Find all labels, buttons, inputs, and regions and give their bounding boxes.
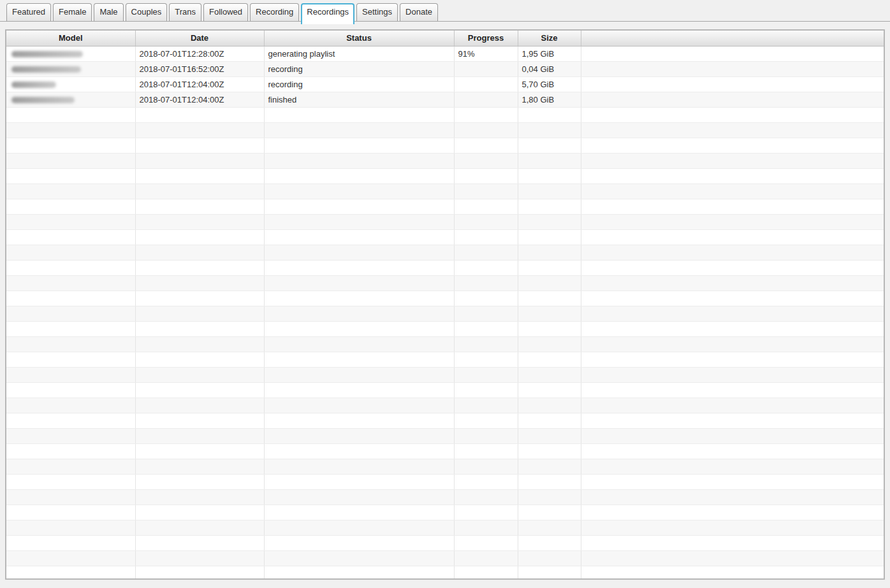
- cell-empty: [6, 245, 135, 260]
- cell-empty: [135, 290, 264, 306]
- table-row-empty: [6, 275, 884, 290]
- cell-empty: [264, 520, 454, 535]
- cell-empty: [6, 229, 135, 245]
- column-header-date[interactable]: Date: [135, 31, 264, 46]
- cell-empty: [264, 428, 454, 443]
- cell-empty: [518, 260, 581, 275]
- tab-recordings[interactable]: Recordings: [301, 3, 354, 24]
- cell-empty: [135, 398, 264, 413]
- cell-empty: [6, 321, 135, 336]
- cell-empty: [518, 428, 581, 443]
- cell-empty: [518, 505, 581, 520]
- table-row-empty: [6, 398, 884, 413]
- table-row-empty: [6, 382, 884, 398]
- tab-trans[interactable]: Trans: [169, 3, 201, 21]
- cell-empty: [6, 138, 135, 153]
- cell-empty: [518, 443, 581, 459]
- cell-progress: [454, 92, 518, 107]
- tab-recording[interactable]: Recording: [250, 3, 299, 21]
- cell-status: generating playlist: [264, 46, 454, 61]
- cell-empty: [135, 168, 264, 183]
- cell-empty: [264, 336, 454, 352]
- cell-empty: [264, 413, 454, 428]
- cell-size: 5,70 GiB: [518, 76, 581, 92]
- cell-empty: [264, 168, 454, 183]
- cell-empty: [264, 352, 454, 367]
- cell-empty: [454, 566, 518, 580]
- cell-empty: [6, 352, 135, 367]
- cell-empty: [454, 398, 518, 413]
- cell-empty: [6, 290, 135, 306]
- cell-empty: [135, 520, 264, 535]
- cell-empty: [6, 367, 135, 382]
- cell-empty: [6, 474, 135, 489]
- cell-empty: [264, 443, 454, 459]
- cell-empty: [518, 290, 581, 306]
- cell-empty: [454, 489, 518, 505]
- cell-empty: [454, 183, 518, 199]
- cell-empty: [6, 214, 135, 229]
- tab-couples[interactable]: Couples: [126, 3, 168, 21]
- cell-empty: [581, 275, 884, 290]
- cell-empty: [518, 229, 581, 245]
- cell-empty: [454, 153, 518, 168]
- table-row[interactable]: 2018-07-01T12:28:00Zgenerating playlist9…: [6, 46, 884, 61]
- cell-empty: [264, 367, 454, 382]
- table-row[interactable]: 2018-07-01T16:52:00Zrecording0,04 GiB: [6, 61, 884, 76]
- column-header-size[interactable]: Size: [518, 31, 581, 46]
- cell-empty: [6, 107, 135, 122]
- tab-donate[interactable]: Donate: [400, 3, 438, 21]
- cell-empty: [264, 183, 454, 199]
- cell-empty: [6, 260, 135, 275]
- cell-status: finished: [264, 92, 454, 107]
- cell-empty: [454, 367, 518, 382]
- tab-male[interactable]: Male: [94, 3, 123, 21]
- cell-empty: [135, 413, 264, 428]
- blurred-model-name: [11, 82, 56, 88]
- cell-empty: [518, 168, 581, 183]
- cell-progress: [454, 61, 518, 76]
- cell-empty: [264, 535, 454, 550]
- cell-empty: [518, 382, 581, 398]
- cell-empty: [135, 199, 264, 214]
- column-header-progress[interactable]: Progress: [454, 31, 518, 46]
- table-row-empty: [6, 245, 884, 260]
- cell-empty: [264, 199, 454, 214]
- app-window: FeaturedFemaleMaleCouplesTransFollowedRe…: [0, 0, 890, 580]
- cell-empty: [135, 214, 264, 229]
- cell-progress: [454, 76, 518, 92]
- cell-empty: [454, 214, 518, 229]
- cell-empty: [6, 459, 135, 474]
- table-row-empty: [6, 153, 884, 168]
- cell-empty: [264, 260, 454, 275]
- cell-empty: [581, 122, 884, 138]
- cell-empty: [6, 306, 135, 321]
- cell-empty: [454, 199, 518, 214]
- table-row[interactable]: 2018-07-01T12:04:00Zfinished1,80 GiB: [6, 92, 884, 107]
- table-row-empty: [6, 214, 884, 229]
- cell-empty: [454, 535, 518, 550]
- table-row-empty: [6, 260, 884, 275]
- cell-empty: [6, 443, 135, 459]
- cell-empty: [454, 306, 518, 321]
- cell-empty: [454, 168, 518, 183]
- cell-empty: [264, 550, 454, 566]
- cell-empty: [264, 474, 454, 489]
- table-row-empty: [6, 474, 884, 489]
- cell-empty: [135, 153, 264, 168]
- recordings-table: ModelDateStatusProgressSize 2018-07-01T1…: [5, 29, 885, 580]
- column-header-empty: [581, 31, 884, 46]
- table-row[interactable]: 2018-07-01T12:04:00Zrecording5,70 GiB: [6, 76, 884, 92]
- tab-featured[interactable]: Featured: [6, 3, 51, 21]
- tab-female[interactable]: Female: [53, 3, 92, 21]
- column-header-model[interactable]: Model: [6, 31, 135, 46]
- table-row-empty: [6, 183, 884, 199]
- tab-followed[interactable]: Followed: [203, 3, 248, 21]
- cell-empty: [135, 367, 264, 382]
- cell-empty: [135, 550, 264, 566]
- table-row-empty: [6, 321, 884, 336]
- column-header-status[interactable]: Status: [264, 31, 454, 46]
- cell-empty: [6, 398, 135, 413]
- tab-settings[interactable]: Settings: [356, 3, 398, 21]
- cell-empty: [454, 245, 518, 260]
